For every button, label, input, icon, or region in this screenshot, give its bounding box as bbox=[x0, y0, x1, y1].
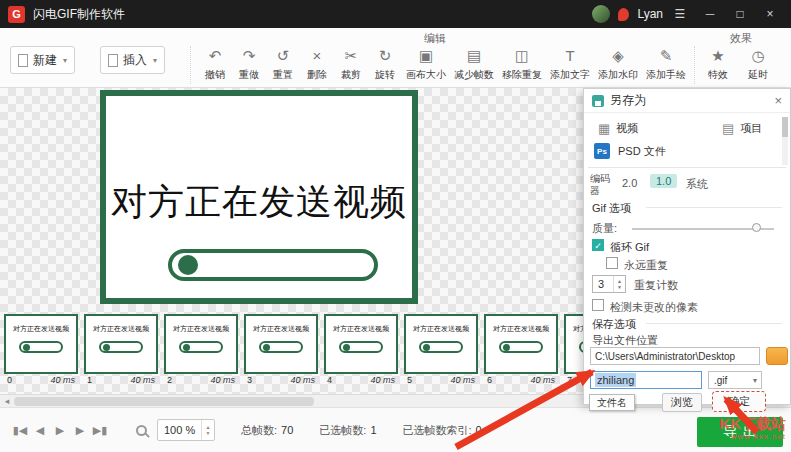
divider bbox=[646, 207, 782, 208]
tool-delete[interactable]: × 删除 bbox=[300, 47, 334, 87]
next-frame-button[interactable]: ▶ bbox=[70, 424, 90, 437]
remove-duplicates-icon: ◫ bbox=[515, 47, 529, 65]
toolbar-separator bbox=[190, 46, 191, 84]
tool-rotate[interactable]: ↻ 旋转 bbox=[368, 47, 402, 87]
format-list-scrollbar[interactable] bbox=[782, 117, 788, 165]
extension-select[interactable]: .gif ▾ bbox=[708, 371, 762, 389]
loop-gif-checkbox[interactable]: ✓ bbox=[592, 239, 604, 251]
frame-thumbnail: 对方正在发送视频 bbox=[484, 314, 558, 374]
repeat-forever-checkbox[interactable] bbox=[606, 257, 618, 269]
export-location-label: 导出文件位置 bbox=[592, 333, 658, 348]
last-frame-button[interactable]: ▶▮ bbox=[90, 424, 110, 437]
gif-preview-frame: 对方正在发送视频 bbox=[100, 90, 418, 304]
tool-reset[interactable]: ↺ 重置 bbox=[266, 47, 300, 87]
tool-label: 重做 bbox=[239, 68, 259, 82]
tool-delay[interactable]: ◷ 延时 bbox=[740, 47, 776, 87]
timeline-frame-3[interactable]: 对方正在发送视频 340 ms bbox=[244, 314, 318, 386]
tool-add-drawing[interactable]: ✎ 添加手绘 bbox=[642, 47, 690, 87]
tool-canvas-size[interactable]: ▣ 画布大小 bbox=[402, 47, 450, 87]
undo-icon: ↶ bbox=[209, 47, 222, 65]
timeline-frame-0[interactable]: 对方正在发送视频 040 ms bbox=[4, 314, 78, 386]
frame-number: 1 bbox=[87, 375, 92, 385]
filename-input[interactable]: zhiliang bbox=[590, 371, 702, 389]
encoder-option-system[interactable]: 系统 bbox=[686, 177, 708, 192]
stepper-down-icon[interactable]: ▼ bbox=[617, 284, 622, 290]
maximize-button[interactable]: □ bbox=[727, 7, 753, 21]
first-frame-button[interactable]: ▮◀ bbox=[10, 424, 30, 437]
detect-pixels-checkbox[interactable] bbox=[592, 299, 604, 311]
thumb-text: 对方正在发送视频 bbox=[413, 324, 469, 334]
selected-frames-label: 已选帧数: bbox=[319, 424, 366, 436]
detect-pixels-label[interactable]: 检测未更改的像素 bbox=[610, 300, 698, 315]
divider bbox=[588, 167, 786, 168]
timeline-frame-4[interactable]: 对方正在发送视频 440 ms bbox=[324, 314, 398, 386]
panel-close-icon[interactable]: × bbox=[774, 93, 782, 108]
spinner-arrows[interactable]: ▲ ▼ bbox=[613, 276, 625, 292]
prev-frame-button[interactable]: ◀ bbox=[30, 424, 50, 437]
chevron-down-icon: ▾ bbox=[63, 56, 67, 65]
insert-button[interactable]: 插入 ▾ bbox=[100, 46, 165, 74]
zoom-value[interactable]: 100 % bbox=[158, 420, 201, 440]
tool-reduce-frames[interactable]: ▤ 减少帧数 bbox=[450, 47, 498, 87]
insert-button-label: 插入 bbox=[123, 52, 147, 69]
timeline-frame-6[interactable]: 对方正在发送视频 640 ms bbox=[484, 314, 558, 386]
format-option-video[interactable]: ▦ 视频 bbox=[598, 121, 638, 136]
zoom-control[interactable]: 100 % ▲ ▼ bbox=[157, 419, 215, 441]
thumb-dot bbox=[423, 344, 430, 351]
tool-add-text[interactable]: T 添加文字 bbox=[546, 47, 594, 87]
frame-number: 3 bbox=[247, 375, 252, 385]
play-button[interactable]: ▶ bbox=[50, 424, 70, 437]
export-path-input[interactable]: C:\Users\Administrator\Desktop bbox=[590, 347, 760, 365]
close-button[interactable]: × bbox=[757, 7, 783, 21]
quality-slider-handle[interactable] bbox=[752, 223, 761, 232]
format-option-psd[interactable]: Ps PSD 文件 bbox=[594, 143, 666, 159]
repeat-forever-label[interactable]: 永远重复 bbox=[624, 258, 668, 273]
thumb-progress bbox=[339, 341, 383, 353]
scrollbar-thumb[interactable] bbox=[782, 117, 788, 137]
timeline-frame-1[interactable]: 对方正在发送视频 140 ms bbox=[84, 314, 158, 386]
menu-icon[interactable]: ☰ bbox=[667, 7, 693, 21]
frame-duration: 40 ms bbox=[130, 375, 155, 385]
tool-label: 旋转 bbox=[375, 68, 395, 82]
repeat-count-spinner[interactable]: 3 ▲ ▼ bbox=[592, 275, 626, 293]
tool-redo[interactable]: ↷ 重做 bbox=[232, 47, 266, 87]
vip-badge-icon bbox=[618, 8, 629, 21]
add-watermark-icon: ◈ bbox=[612, 47, 624, 65]
frame-duration: 40 ms bbox=[370, 375, 395, 385]
tool-label: 特效 bbox=[708, 68, 728, 82]
username[interactable]: Lyan bbox=[637, 7, 663, 21]
repeat-count-value[interactable]: 3 bbox=[593, 276, 613, 292]
format-label: 视频 bbox=[616, 121, 638, 136]
timeline-frame-5[interactable]: 对方正在发送视频 540 ms bbox=[404, 314, 478, 386]
tool-crop[interactable]: ✂ 裁剪 bbox=[334, 47, 368, 87]
tool-undo[interactable]: ↶ 撤销 bbox=[198, 47, 232, 87]
encoder-option-2[interactable]: 2.0 bbox=[622, 177, 637, 189]
panel-title: 另存为 bbox=[610, 92, 646, 109]
stepper-down-icon[interactable]: ▼ bbox=[206, 430, 211, 436]
app-title: 闪电GIF制作软件 bbox=[33, 6, 125, 23]
chevron-down-icon: ▾ bbox=[753, 376, 761, 385]
tool-add-watermark[interactable]: ◈ 添加水印 bbox=[594, 47, 642, 87]
browse-button[interactable]: 浏览 bbox=[662, 393, 702, 412]
frame-number: 0 bbox=[7, 375, 12, 385]
minimize-button[interactable]: ─ bbox=[697, 7, 723, 21]
format-option-project[interactable]: ▤ 项目 bbox=[722, 121, 762, 136]
tool-label: 添加水印 bbox=[598, 68, 638, 82]
canvas-size-icon: ▣ bbox=[419, 47, 433, 65]
frame-duration: 40 ms bbox=[530, 375, 555, 385]
tool-effects[interactable]: ★ 特效 bbox=[700, 47, 736, 87]
new-button[interactable]: 新建 ▾ bbox=[10, 46, 75, 74]
encoder-option-1-selected[interactable]: 1.0 bbox=[650, 174, 677, 188]
export-button[interactable]: 导出 bbox=[697, 417, 783, 447]
user-avatar[interactable] bbox=[592, 5, 610, 23]
loop-gif-label[interactable]: 循环 Gif bbox=[610, 240, 649, 255]
zoom-stepper[interactable]: ▲ ▼ bbox=[201, 420, 214, 440]
tool-label: 添加手绘 bbox=[646, 68, 686, 82]
scrollbar-thumb[interactable] bbox=[14, 397, 314, 406]
frame-duration: 40 ms bbox=[50, 375, 75, 385]
timeline-frame-2[interactable]: 对方正在发送视频 240 ms bbox=[164, 314, 238, 386]
browse-folder-icon[interactable] bbox=[766, 347, 788, 365]
ok-button[interactable]: 确定 bbox=[712, 391, 766, 412]
tool-remove-duplicates[interactable]: ◫ 移除重复 bbox=[498, 47, 546, 87]
frame-duration: 40 ms bbox=[450, 375, 475, 385]
